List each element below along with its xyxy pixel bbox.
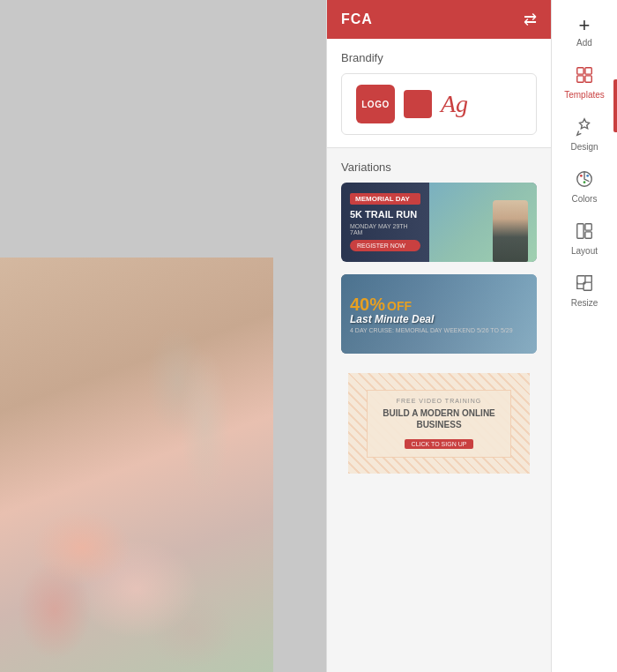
layout-icon bbox=[575, 221, 594, 243]
sidebar-design-label: Design bbox=[570, 143, 598, 152]
svg-rect-9 bbox=[585, 224, 591, 230]
svg-rect-0 bbox=[577, 68, 584, 74]
right-panel: FCA ⇄ Brandify LOGO Ag Variations Memori… bbox=[326, 0, 617, 672]
card-1-badge: Memorial Day bbox=[350, 193, 420, 205]
sidebar-item-colors[interactable]: Colors bbox=[552, 161, 617, 213]
sidebar-item-resize[interactable]: Resize bbox=[552, 265, 617, 317]
card-1-image bbox=[429, 183, 537, 262]
card-3-pre-text: free video training bbox=[378, 398, 501, 404]
svg-rect-10 bbox=[585, 232, 591, 238]
card-2-content: 40% OFF Last Minute Deal 4 Day Cruise: M… bbox=[341, 287, 522, 342]
card-1-left: Memorial Day 5K Trail Run Monday May 29t… bbox=[341, 184, 429, 260]
sidebar-item-templates[interactable]: Templates bbox=[552, 56, 617, 108]
design-icon bbox=[575, 117, 594, 139]
card-1-title: 5K Trail Run bbox=[350, 208, 420, 220]
variation-card-online-business[interactable]: free video training Build a Modern Onlin… bbox=[341, 366, 537, 481]
variations-label: Variations bbox=[341, 161, 537, 174]
colors-icon bbox=[575, 169, 594, 191]
sidebar-item-layout[interactable]: Layout bbox=[552, 213, 617, 265]
sidebar-templates-label: Templates bbox=[564, 91, 605, 100]
header-bar: FCA ⇄ bbox=[327, 0, 551, 39]
card-1-date: Monday May 29th 7AM bbox=[350, 223, 420, 235]
card-2-off: OFF bbox=[387, 299, 412, 313]
resize-icon bbox=[575, 273, 594, 295]
card-2-discount: 40% bbox=[350, 295, 385, 313]
svg-rect-3 bbox=[585, 76, 591, 82]
sidebar-item-design[interactable]: Design bbox=[552, 108, 617, 161]
sidebar-colors-label: Colors bbox=[572, 195, 598, 204]
logo-badge: LOGO bbox=[356, 85, 395, 123]
flower-overlay bbox=[0, 258, 273, 672]
font-preview: Ag bbox=[441, 90, 468, 118]
svg-point-5 bbox=[580, 175, 583, 177]
card-3-cta: Click to Sign Up bbox=[405, 439, 474, 449]
card-1-cta: Register Now bbox=[350, 240, 420, 251]
card-2-subtitle: 4 Day Cruise: Memorial Day Weekend 5/26 … bbox=[350, 327, 513, 333]
brandify-row[interactable]: LOGO Ag bbox=[341, 73, 537, 135]
main-panel: FCA ⇄ Brandify LOGO Ag Variations Memori… bbox=[326, 0, 551, 672]
svg-point-6 bbox=[586, 175, 589, 177]
svg-rect-8 bbox=[577, 224, 584, 239]
app-title: FCA bbox=[341, 11, 373, 27]
variations-section: Variations Memorial Day 5K Trail Run Mon… bbox=[327, 148, 551, 505]
sidebar-resize-label: Resize bbox=[571, 299, 598, 308]
brandify-section: Brandify LOGO Ag bbox=[327, 39, 551, 148]
swap-icon[interactable]: ⇄ bbox=[524, 10, 537, 29]
card-3-inner: free video training Build a Modern Onlin… bbox=[367, 390, 512, 458]
sidebar-layout-label: Layout bbox=[571, 247, 598, 256]
color-swatch[interactable] bbox=[404, 90, 432, 118]
card-2-title: Last Minute Deal bbox=[350, 313, 513, 325]
templates-icon bbox=[575, 65, 594, 87]
svg-rect-2 bbox=[577, 76, 584, 82]
sidebar: + Add Templates Design bbox=[551, 0, 617, 672]
sidebar-add-label: Add bbox=[576, 39, 592, 48]
brandify-label: Brandify bbox=[341, 51, 537, 64]
sidebar-active-indicator bbox=[613, 79, 617, 132]
svg-point-7 bbox=[584, 181, 586, 183]
canvas-area bbox=[0, 0, 326, 672]
variation-card-trail-run[interactable]: Memorial Day 5K Trail Run Monday May 29t… bbox=[341, 183, 537, 262]
card-3-title: Build a Modern Online Business bbox=[378, 407, 501, 430]
runner-figure bbox=[493, 200, 528, 262]
svg-rect-1 bbox=[585, 68, 591, 74]
variation-card-cruise-deal[interactable]: 40% OFF Last Minute Deal 4 Day Cruise: M… bbox=[341, 274, 537, 354]
add-icon: + bbox=[579, 16, 591, 35]
sidebar-item-add[interactable]: + Add bbox=[552, 7, 617, 56]
